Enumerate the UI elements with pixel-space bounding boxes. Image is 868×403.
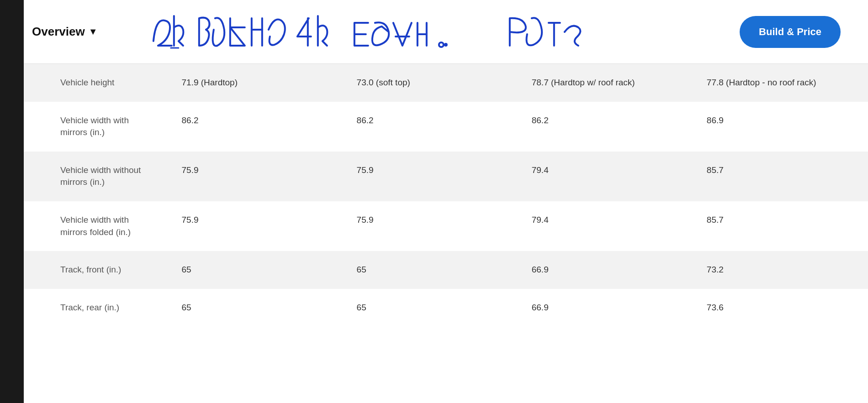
table-row: Vehicle width with mirrors (in.)86.286.2…: [24, 102, 868, 152]
spec-col4: 73.2: [693, 251, 868, 289]
overview-label: Overview: [32, 25, 85, 39]
spec-col4: 85.7: [693, 152, 868, 201]
spec-col3: 78.7 (Hardtop w/ roof rack): [518, 64, 693, 102]
table-row: Vehicle width without mirrors (in.)75.97…: [24, 152, 868, 201]
spec-col2: 75.9: [343, 201, 518, 251]
spec-col4: 85.7: [693, 201, 868, 251]
spec-col1: 75.9: [168, 201, 343, 251]
build-price-button[interactable]: Build & Price: [740, 16, 841, 48]
svg-point-1: [444, 43, 448, 47]
overview-dropdown[interactable]: Overview ▼: [32, 25, 97, 39]
page-header: Overview ▼: [0, 0, 868, 64]
spec-col1: 75.9: [168, 152, 343, 201]
spec-label: Vehicle width with mirrors folded (in.): [24, 201, 168, 251]
spec-col3: 86.2: [518, 102, 693, 152]
spec-label: Vehicle height: [24, 64, 168, 102]
handwriting-svg: [106, 5, 721, 59]
spec-col1: 86.2: [168, 102, 343, 152]
spec-label: Track, front (in.): [24, 251, 168, 289]
svg-point-0: [439, 42, 444, 47]
spec-label: Vehicle width without mirrors (in.): [24, 152, 168, 201]
left-sidebar-bar: [0, 0, 24, 403]
spec-col3: 79.4: [518, 201, 693, 251]
spec-col1: 65: [168, 251, 343, 289]
spec-label: Vehicle width with mirrors (in.): [24, 102, 168, 152]
spec-col2: 65: [343, 289, 518, 327]
handwriting-annotation: [106, 5, 721, 59]
spec-label: Track, rear (in.): [24, 289, 168, 327]
specs-table-container: Vehicle height71.9 (Hardtop)73.0 (soft t…: [24, 64, 868, 345]
spec-col1: 65: [168, 289, 343, 327]
spec-col3: 79.4: [518, 152, 693, 201]
specs-table: Vehicle height71.9 (Hardtop)73.0 (soft t…: [24, 64, 868, 326]
table-row: Track, front (in.)656566.973.2: [24, 251, 868, 289]
spec-col3: 66.9: [518, 251, 693, 289]
spec-col4: 86.9: [693, 102, 868, 152]
table-row: Track, rear (in.)656566.973.6: [24, 289, 868, 327]
table-row: Vehicle width with mirrors folded (in.)7…: [24, 201, 868, 251]
spec-col4: 73.6: [693, 289, 868, 327]
spec-col2: 86.2: [343, 102, 518, 152]
chevron-down-icon: ▼: [89, 26, 98, 37]
spec-col3: 66.9: [518, 289, 693, 327]
spec-col2: 75.9: [343, 152, 518, 201]
spec-col1: 71.9 (Hardtop): [168, 64, 343, 102]
spec-col2: 73.0 (soft top): [343, 64, 518, 102]
spec-col4: 77.8 (Hardtop - no roof rack): [693, 64, 868, 102]
table-row: Vehicle height71.9 (Hardtop)73.0 (soft t…: [24, 64, 868, 102]
spec-col2: 65: [343, 251, 518, 289]
